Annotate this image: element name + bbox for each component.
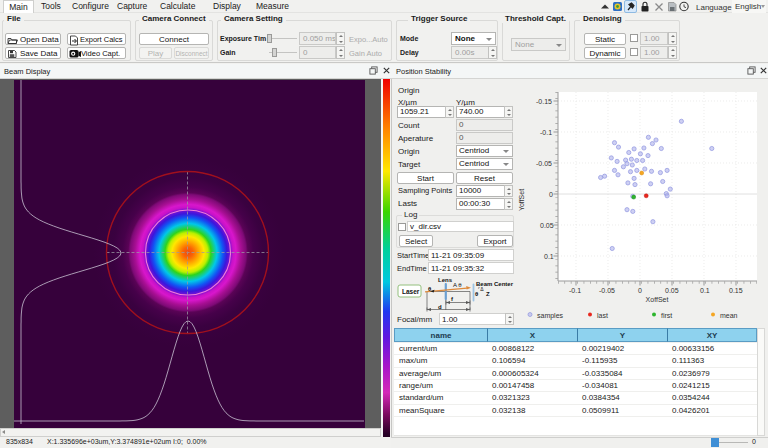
svg-text:0: 0 [549,191,553,198]
svg-text:d: d [438,304,442,310]
svg-text:0.15: 0.15 [729,287,743,294]
svg-text:Z: Z [486,291,490,297]
svg-text:Laser: Laser [402,288,420,295]
svg-text:-0.05: -0.05 [599,287,615,294]
svg-text:0.1: 0.1 [544,253,554,260]
svg-text:0.05: 0.05 [665,287,679,294]
svg-text:-0.1: -0.1 [569,287,581,294]
svg-text:f: f [451,296,454,302]
svg-text:last: last [597,312,608,319]
svg-text:0.1: 0.1 [700,287,710,294]
svg-text:first: first [661,312,672,319]
svg-text:-0.15: -0.15 [536,98,552,105]
svg-text:0: 0 [638,287,642,294]
svg-text:A θ: A θ [453,282,462,288]
svg-text:-0.05: -0.05 [536,160,552,167]
svg-text:mean: mean [720,312,738,319]
svg-text:YoffSet: YoffSet [518,189,525,211]
svg-text:XoffSet: XoffSet [646,296,669,303]
svg-text:⌜Δ: ⌜Δ [478,286,484,292]
svg-text:Lens: Lens [438,277,453,283]
svg-text:samples: samples [537,312,564,320]
svg-text:0.05: 0.05 [540,222,554,229]
svg-text:-0.1: -0.1 [540,129,552,136]
